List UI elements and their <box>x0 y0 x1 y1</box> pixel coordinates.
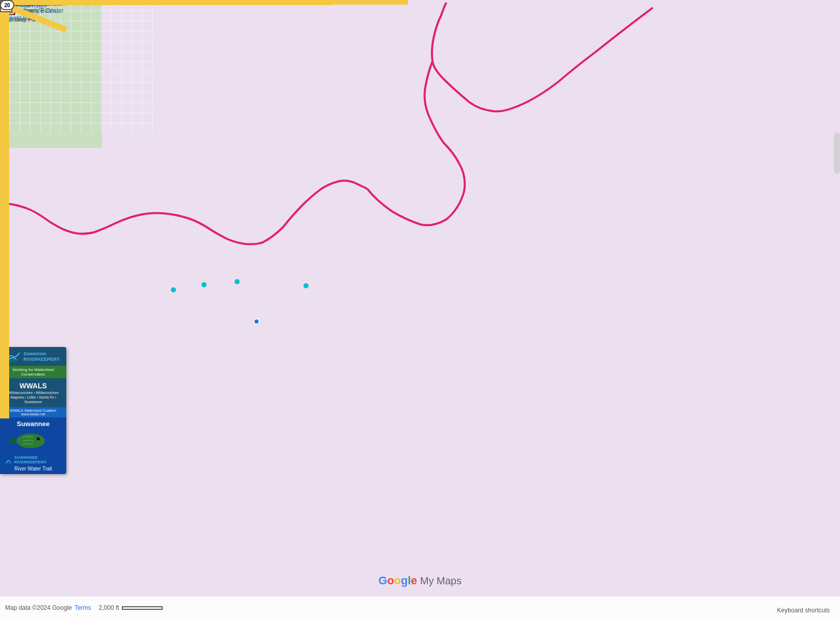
legend-panel: SuwanneeRIVERKEEPER® Working for Watersh… <box>0 347 66 474</box>
wwals-logo: WWALS Withlacoochee • Willacoochee Alapa… <box>0 378 66 407</box>
map-attribution: Map data ©2024 Google <box>5 604 72 611</box>
wwals-sub: WWALS Watershed Coalitionwww.wwals.net <box>0 407 66 417</box>
scale-label: 2,000 ft <box>99 604 119 611</box>
hwy20-badge: 20 <box>0 0 14 10</box>
high-springs-main-st <box>0 0 5 281</box>
svg-point-11 <box>16 434 45 448</box>
terms-link[interactable]: Terms <box>74 604 91 611</box>
google-my-maps-logo: Google My Maps <box>378 574 462 587</box>
suwannee-trail-logo: Suwannee SUWANNEE RIVERKEEPER® <box>0 417 66 474</box>
hwy20 <box>0 0 408 5</box>
scale-bar: 2,000 ft <box>99 604 163 611</box>
working-watershed: Working for Watershed Conservation <box>0 366 66 378</box>
keyboard-shortcuts-label[interactable]: Keyboard shortcuts <box>777 607 830 614</box>
bottom-bar: Map data ©2024 Google Terms 2,000 ft Key… <box>0 597 840 619</box>
riverkeeper-logo: SuwanneeRIVERKEEPER® <box>0 347 66 366</box>
svg-point-13 <box>6 462 12 464</box>
svg-point-12 <box>37 437 40 440</box>
scrollbar-indicator[interactable] <box>834 133 840 174</box>
map-container: High Springs Ramp US 27 Ramp Poe Springs… <box>0 0 840 619</box>
